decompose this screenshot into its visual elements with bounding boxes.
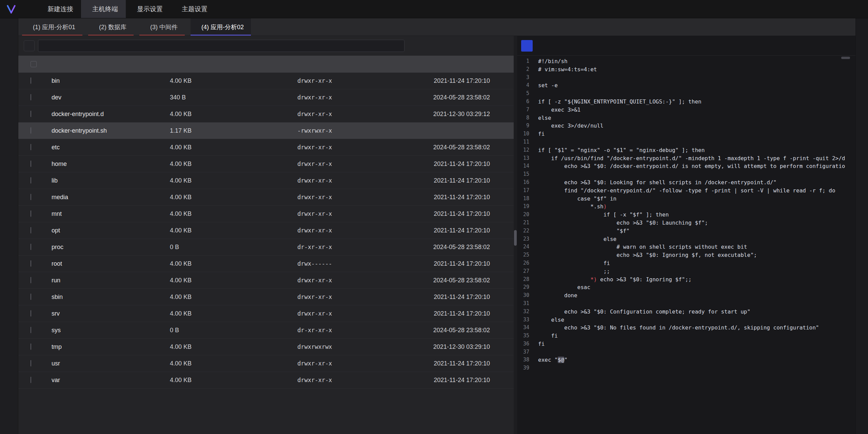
fold-chevron-icon[interactable] (529, 57, 538, 65)
fold-chevron-icon[interactable] (529, 130, 538, 138)
fold-chevron-icon[interactable] (529, 251, 538, 259)
table-row-root[interactable]: root 4.00 KB drwx------ 2021-11-24 17:20… (18, 256, 514, 272)
fold-chevron-icon[interactable] (529, 122, 538, 130)
file-name-cell[interactable]: tmp (47, 343, 170, 351)
table-row-etc[interactable]: etc 4.00 KB drwxr-xr-x 2024-05-28 23:58:… (18, 139, 514, 156)
fold-chevron-icon[interactable] (529, 340, 538, 348)
fold-chevron-icon[interactable] (529, 195, 538, 203)
new-file-icon[interactable] (439, 40, 451, 52)
file-name-cell[interactable]: usr (47, 360, 170, 367)
fold-chevron-icon[interactable] (529, 98, 538, 106)
menu-item-host-terminal[interactable]: 主机终端 (81, 0, 126, 18)
table-row-bin[interactable]: bin 4.00 KB drwxr-xr-x 2021-11-24 17:20:… (18, 73, 514, 89)
fold-chevron-icon[interactable] (529, 154, 538, 163)
file-name-cell[interactable]: mnt (47, 210, 170, 218)
path-input[interactable] (46, 42, 400, 50)
row-checkbox[interactable] (31, 377, 31, 383)
fold-chevron-icon[interactable] (529, 276, 538, 284)
row-checkbox[interactable] (31, 227, 31, 233)
file-name-cell[interactable]: etc (47, 144, 170, 151)
table-row-media[interactable]: media 4.00 KB drwxr-xr-x 2021-11-24 17:2… (18, 189, 514, 206)
fold-chevron-icon[interactable] (529, 65, 538, 74)
terminal-tab-2[interactable]: (2) 数据库 (88, 18, 134, 36)
row-checkbox[interactable] (31, 94, 31, 100)
menu-item-new-connection[interactable]: 新建连接 (36, 0, 81, 18)
terminal-tab-1[interactable]: (1) 应用-分析01 (22, 18, 82, 36)
fold-chevron-icon[interactable] (529, 316, 538, 324)
fold-chevron-icon[interactable] (529, 178, 538, 187)
file-name-cell[interactable]: sbin (47, 294, 170, 301)
upload-icon[interactable] (483, 40, 494, 52)
terminal-tab-3[interactable]: (3) 中间件 (139, 18, 185, 36)
fold-chevron-icon[interactable] (529, 267, 538, 276)
fold-chevron-icon[interactable] (529, 219, 538, 227)
row-checkbox[interactable] (31, 127, 31, 134)
table-row-docker-entrypoint.sh[interactable]: docker-entrypoint.sh 1.17 KB -rwxrwxr-x (18, 122, 514, 139)
row-checkbox[interactable] (31, 210, 31, 217)
fold-chevron-icon[interactable] (529, 114, 538, 122)
fold-chevron-icon[interactable] (529, 106, 538, 114)
editor-file-tab[interactable] (521, 40, 533, 52)
preview-icon[interactable] (425, 40, 436, 52)
fold-chevron-icon[interactable] (529, 308, 538, 316)
table-row-mnt[interactable]: mnt 4.00 KB drwxr-xr-x 2021-11-24 17:20:… (18, 206, 514, 222)
table-row-sbin[interactable]: sbin 4.00 KB drwxr-xr-x 2021-11-24 17:20… (18, 289, 514, 305)
fold-chevron-icon[interactable] (529, 364, 538, 372)
file-name-cell[interactable]: sys (47, 327, 170, 334)
table-row-proc[interactable]: proc 0 B dr-xr-xr-x 2024-05-28 23:58:02 (18, 239, 514, 256)
row-checkbox[interactable] (31, 177, 31, 184)
fold-chevron-icon[interactable] (529, 291, 538, 300)
new-folder-icon[interactable] (454, 40, 465, 52)
menu-item-theme-settings[interactable]: 主题设置 (171, 0, 215, 18)
table-row-usr[interactable]: usr 4.00 KB drwxr-xr-x 2021-11-24 17:20:… (18, 355, 514, 372)
table-row-run[interactable]: run 4.00 KB drwxr-xr-x 2024-05-28 23:58:… (18, 272, 514, 289)
file-name-cell[interactable]: run (47, 277, 170, 284)
table-row-lib[interactable]: lib 4.00 KB drwxr-xr-x 2021-11-24 17:20:… (18, 172, 514, 189)
file-name-cell[interactable]: docker-entrypoint.d (47, 111, 170, 118)
row-checkbox[interactable] (31, 277, 31, 283)
fold-chevron-icon[interactable] (529, 170, 538, 178)
fold-chevron-icon[interactable] (529, 203, 538, 211)
file-name-cell[interactable]: dev (47, 94, 170, 101)
select-all-checkbox[interactable] (31, 61, 37, 67)
fold-chevron-icon[interactable] (529, 211, 538, 219)
fold-chevron-icon[interactable] (529, 138, 538, 146)
fold-chevron-icon[interactable] (529, 162, 538, 170)
table-row-docker-entrypoint.d[interactable]: docker-entrypoint.d 4.00 KB drwxr-xr-x 2… (18, 106, 514, 122)
fold-chevron-icon[interactable] (529, 324, 538, 332)
fold-chevron-icon[interactable] (529, 146, 538, 154)
terminal-tab-4[interactable]: (4) 应用-分析02 (191, 18, 251, 36)
editor-scrollbar-thumb[interactable] (841, 57, 850, 59)
fold-chevron-icon[interactable] (529, 243, 538, 251)
table-row-sys[interactable]: sys 0 B dr-xr-xr-x 2024-05-28 23:58:02 (18, 322, 514, 339)
file-name-cell[interactable]: srv (47, 310, 170, 317)
row-checkbox[interactable] (31, 327, 31, 333)
row-checkbox[interactable] (31, 360, 31, 366)
row-checkbox[interactable] (31, 310, 31, 317)
file-name-cell[interactable]: docker-entrypoint.sh (47, 127, 170, 134)
table-row-srv[interactable]: srv 4.00 KB drwxr-xr-x 2021-11-24 17:20:… (18, 305, 514, 322)
file-name-cell[interactable]: media (47, 194, 170, 201)
row-checkbox[interactable] (31, 77, 31, 84)
fold-chevron-icon[interactable] (529, 227, 538, 235)
fold-chevron-icon[interactable] (529, 235, 538, 243)
fold-chevron-icon[interactable] (529, 300, 538, 308)
fold-chevron-icon[interactable] (529, 90, 538, 98)
back-icon[interactable] (24, 40, 35, 51)
file-name-cell[interactable]: root (47, 260, 170, 267)
menu-item-display-settings[interactable]: 显示设置 (126, 0, 171, 18)
file-name-cell[interactable]: bin (47, 77, 170, 84)
fold-chevron-icon[interactable] (529, 81, 538, 90)
file-name-cell[interactable]: var (47, 377, 170, 384)
download-icon[interactable] (497, 40, 509, 52)
row-checkbox[interactable] (31, 111, 31, 117)
fold-chevron-icon[interactable] (529, 332, 538, 340)
fold-chevron-icon[interactable] (529, 259, 538, 267)
row-checkbox[interactable] (31, 244, 31, 250)
row-checkbox[interactable] (31, 260, 31, 267)
file-name-cell[interactable]: lib (47, 177, 170, 184)
refresh-icon[interactable] (410, 40, 421, 52)
file-name-cell[interactable]: opt (47, 227, 170, 234)
row-checkbox[interactable] (31, 161, 31, 167)
resizer-handle[interactable] (514, 230, 517, 246)
